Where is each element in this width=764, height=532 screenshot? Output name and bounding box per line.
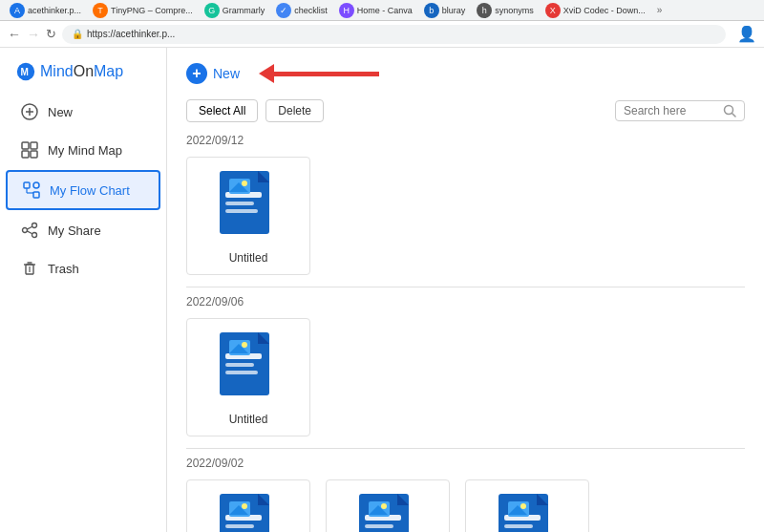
search-box[interactable] [615, 100, 745, 121]
tab-label: Home - Canva [357, 6, 413, 15]
arrow-head-icon [259, 64, 274, 83]
svg-line-19 [27, 231, 32, 234]
toolbar: Select All Delete [186, 99, 745, 122]
file-icon-wrap [215, 329, 282, 405]
sidebar-item-mind-map[interactable]: My Mind Map [6, 132, 160, 168]
document-icon [220, 332, 277, 401]
new-button-label: New [213, 66, 240, 81]
svg-rect-6 [31, 142, 37, 149]
flow-icon [23, 181, 40, 199]
favicon-bluray: b [424, 3, 439, 18]
svg-line-25 [732, 114, 736, 117]
section-2022-09-12: 2022/09/12 [186, 134, 745, 275]
tab-label: synonyms [495, 6, 534, 15]
document-icon [220, 171, 277, 240]
tab-grammarly[interactable]: G Grammarly [201, 3, 269, 18]
sidebar-item-flow-chart[interactable]: My Flow Chart [6, 170, 160, 210]
svg-point-15 [32, 223, 37, 228]
nav-forward-icon[interactable]: → [27, 27, 40, 42]
files-row-3 [186, 479, 745, 532]
favicon-tinypng: T [93, 3, 108, 18]
favicon-grammarly: G [204, 3, 220, 18]
tab-label: acethinker.p... [28, 6, 81, 15]
tab-label: TinyPNG – Compre... [111, 6, 193, 15]
tab-label: checklist [294, 6, 328, 15]
toolbar-left: Select All Delete [186, 99, 324, 122]
date-label-3: 2022/09/02 [186, 457, 745, 470]
file-card[interactable]: Untitled [186, 318, 310, 436]
sidebar-item-label: My Flow Chart [50, 183, 130, 198]
url-text: https://acethinker.p... [87, 29, 175, 39]
file-icon-wrap [354, 490, 421, 532]
highlight-arrow [259, 64, 379, 83]
tab-checklist[interactable]: ✓ checklist [272, 3, 331, 18]
search-input[interactable] [624, 104, 719, 117]
section-2022-09-06: 2022/09/06 [186, 295, 745, 436]
svg-rect-38 [225, 371, 258, 374]
new-button[interactable]: + New [186, 63, 240, 84]
main-content: + New Select All Delete [167, 48, 764, 532]
files-row-1: Untitled [186, 157, 745, 275]
svg-rect-30 [225, 209, 258, 213]
file-name: Untitled [229, 413, 268, 426]
tab-label: Grammarly [223, 6, 265, 15]
tab-label: bluray [442, 6, 466, 15]
tab-xvid[interactable]: X XviD Codec - Down... [541, 3, 649, 18]
svg-line-18 [27, 226, 32, 229]
svg-point-17 [23, 228, 28, 233]
svg-rect-45 [225, 524, 254, 528]
sidebar-item-new[interactable]: New [6, 94, 160, 130]
search-icon [723, 104, 736, 117]
file-card[interactable] [186, 479, 310, 532]
favicon-xvid: X [545, 3, 561, 18]
svg-rect-10 [33, 192, 39, 198]
url-lock-icon: 🔒 [72, 29, 83, 39]
tab-bluray[interactable]: b bluray [420, 3, 470, 18]
file-card[interactable] [465, 479, 589, 532]
file-card[interactable]: Untitled [186, 157, 310, 275]
logo-text: MindOnMap [40, 63, 123, 80]
browser-tab-bar: A acethinker.p... T TinyPNG – Compre... … [0, 0, 764, 21]
tab-canva[interactable]: H Home - Canva [335, 3, 416, 18]
document-icon [220, 494, 277, 532]
nav-reload-icon[interactable]: ↻ [46, 27, 56, 41]
date-label-1: 2022/09/12 [186, 134, 745, 147]
select-all-button[interactable]: Select All [186, 99, 258, 122]
sidebar-item-trash[interactable]: Trash [6, 250, 160, 287]
arrow-line [274, 72, 379, 76]
svg-rect-37 [225, 363, 254, 367]
svg-rect-5 [22, 142, 29, 149]
svg-text:M: M [21, 67, 29, 77]
document-icon [359, 494, 416, 532]
sidebar-item-label: Trash [48, 262, 79, 276]
plus-icon [21, 103, 38, 120]
divider-2 [186, 448, 745, 449]
tab-tinypng[interactable]: T TinyPNG – Compre... [89, 3, 197, 18]
file-name: Untitled [229, 251, 268, 265]
user-profile-icon[interactable]: 👤 [737, 25, 756, 43]
new-button-area: + New [186, 63, 745, 84]
tab-acethinker[interactable]: A acethinker.p... [6, 3, 85, 18]
favicon-canva: H [339, 3, 354, 18]
sidebar-item-label: New [48, 105, 73, 119]
sidebar-item-label: My Mind Map [48, 143, 122, 158]
delete-button[interactable]: Delete [265, 99, 324, 122]
favicon-synonyms: h [477, 3, 492, 18]
logo-icon: M [15, 61, 36, 82]
file-icon-wrap [215, 167, 282, 244]
sidebar: M MindOnMap New My Mind Map [0, 48, 167, 532]
svg-rect-7 [22, 151, 29, 158]
tab-synonyms[interactable]: h synonyms [473, 3, 538, 18]
sidebar-item-share[interactable]: My Share [6, 212, 160, 248]
svg-rect-53 [365, 524, 393, 528]
svg-point-65 [520, 503, 526, 509]
nav-back-icon[interactable]: ← [8, 27, 21, 42]
svg-rect-8 [31, 151, 37, 158]
file-icon-wrap [494, 490, 561, 532]
file-card[interactable] [326, 479, 450, 532]
file-icon-wrap [215, 490, 282, 532]
svg-point-49 [242, 503, 247, 509]
new-plus-icon: + [186, 63, 207, 84]
url-bar[interactable]: 🔒 https://acethinker.p... [62, 25, 726, 44]
svg-rect-9 [24, 182, 30, 188]
